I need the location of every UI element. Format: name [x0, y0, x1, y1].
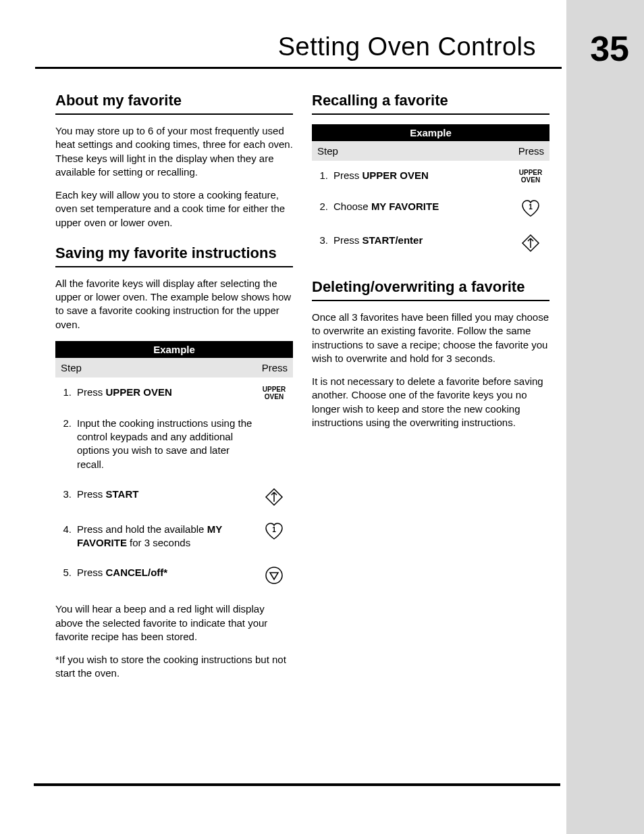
table-title: Example — [312, 124, 549, 141]
step-text: Press and hold the available MY FAVORITE… — [77, 523, 258, 550]
page-margin — [566, 0, 644, 834]
saving-after2: *If you wish to store the cooking instru… — [55, 653, 293, 681]
col-press: Press — [262, 362, 288, 373]
table-row: 2. Input the cooking instructions using … — [55, 409, 293, 479]
page-number: 35 — [590, 28, 629, 69]
footer-rule — [34, 783, 560, 786]
step-text: Choose MY FAVORITE — [333, 200, 514, 213]
col-press: Press — [518, 145, 544, 157]
step-num: 2. — [315, 200, 333, 213]
upper-oven-icon: UPPEROVEN — [258, 386, 290, 400]
heading-delete: Deleting/overwriting a favorite — [312, 278, 549, 301]
step-num: 1. — [58, 386, 77, 399]
heading-saving: Saving my favorite instructions — [55, 244, 293, 267]
heading-recall: Recalling a favorite — [312, 92, 549, 115]
step-text: Input the cooking instructions using the… — [77, 417, 258, 471]
delete-p2: It is not necessary to delete a favorite… — [312, 375, 549, 429]
about-p1: You may store up to 6 of your most frequ… — [55, 124, 293, 179]
table-row: 4. Press and hold the available MY FAVOR… — [55, 515, 293, 558]
page-title: Setting Oven Controls — [278, 32, 536, 61]
step-num: 3. — [58, 488, 77, 501]
step-num: 1. — [315, 169, 333, 182]
about-p2: Each key will allow you to store a cooki… — [55, 188, 293, 230]
table-row: 3. Press START/enter — [312, 226, 549, 261]
step-num: 4. — [58, 523, 77, 536]
col-step: Step — [317, 145, 338, 157]
heading-about: About my favorite — [55, 92, 293, 115]
col-step: Step — [61, 362, 82, 373]
right-column: Recalling a favorite Example Step Press … — [312, 92, 549, 690]
cancel-icon — [258, 566, 290, 585]
table-row: 1. Press UPPER OVEN UPPEROVEN — [312, 161, 549, 192]
start-icon — [514, 234, 547, 253]
step-text: Press UPPER OVEN — [77, 386, 258, 399]
page-content: Setting Oven Controls 35 About my favori… — [0, 0, 566, 690]
svg-text:1: 1 — [272, 526, 276, 533]
step-text: Press START/enter — [333, 234, 514, 247]
content-columns: About my favorite You may store up to 6 … — [55, 92, 566, 690]
step-text: Press START — [77, 488, 258, 501]
favorite-icon: 1 — [514, 200, 547, 217]
saving-intro: All the favorite keys will display after… — [55, 277, 293, 332]
table-row: 1. Press UPPER OVEN UPPEROVEN — [55, 377, 293, 409]
left-column: About my favorite You may store up to 6 … — [55, 92, 293, 690]
table-row: 5. Press CANCEL/off* — [55, 558, 293, 593]
saving-table: Example Step Press 1. Press UPPER OVEN U… — [55, 341, 293, 594]
page-header: Setting Oven Controls — [35, 32, 562, 69]
table-row: 3. Press START — [55, 479, 293, 515]
upper-oven-icon: UPPEROVEN — [514, 169, 547, 184]
recall-table: Example Step Press 1. Press UPPER OVEN U… — [312, 124, 549, 261]
start-icon — [258, 488, 290, 506]
step-num: 3. — [315, 234, 333, 247]
table-title: Example — [55, 341, 293, 358]
saving-after1: You will hear a beep and a red light wil… — [55, 602, 293, 644]
table-row: 2. Choose MY FAVORITE 1 — [312, 192, 549, 226]
step-text: Press UPPER OVEN — [333, 169, 514, 182]
delete-p1: Once all 3 favorites have been filled yo… — [312, 311, 549, 365]
step-text: Press CANCEL/off* — [77, 566, 258, 579]
table-subhead: Step Press — [55, 358, 293, 377]
favorite-icon: 1 — [258, 523, 290, 540]
step-num: 5. — [58, 566, 77, 579]
table-subhead: Step Press — [312, 141, 549, 161]
step-num: 2. — [58, 417, 77, 430]
svg-point-1 — [266, 567, 282, 583]
svg-text:1: 1 — [529, 203, 533, 211]
